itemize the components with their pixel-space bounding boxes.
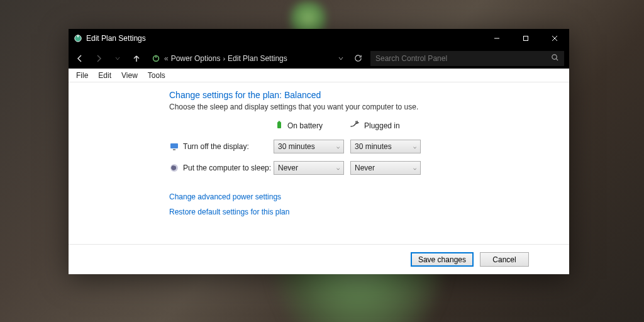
menu-tools[interactable]: Tools <box>143 71 170 80</box>
footer: Save changes Cancel <box>69 244 569 274</box>
svg-rect-11 <box>279 121 280 123</box>
menu-view[interactable]: View <box>116 71 143 80</box>
row-display-label: Turn off the display: <box>183 142 274 151</box>
breadcrumb-prefix: « <box>164 54 169 63</box>
display-icon <box>169 142 179 152</box>
row-display: Turn off the display: 30 minutes ⌵ 30 mi… <box>169 140 569 153</box>
close-button[interactable] <box>540 29 569 48</box>
sleep-icon <box>169 163 179 173</box>
search-icon <box>551 53 559 64</box>
forward-button[interactable] <box>90 50 108 67</box>
row-sleep-label: Put the computer to sleep: <box>183 164 274 172</box>
window: Edit Plan Settings « Power <box>69 29 569 274</box>
save-button-label: Save changes <box>418 255 466 264</box>
chevron-right-icon: › <box>223 55 225 62</box>
address-dropdown[interactable] <box>334 52 348 65</box>
address-bar[interactable]: « Power Options › Edit Plan Settings <box>147 51 348 66</box>
svg-rect-7 <box>155 55 157 57</box>
breadcrumb-level2[interactable]: Edit Plan Settings <box>228 54 287 63</box>
menubar: File Edit View Tools <box>69 69 569 82</box>
content-area: Change settings for the plan: Balanced C… <box>69 82 569 244</box>
display-plugged-value: 30 minutes <box>355 142 392 151</box>
chevron-down-icon: ⌵ <box>413 165 416 171</box>
minimize-button[interactable] <box>482 29 511 48</box>
menu-edit[interactable]: Edit <box>93 71 116 80</box>
page-heading: Change settings for the plan: Balanced <box>169 90 569 100</box>
sleep-battery-value: Never <box>278 164 298 172</box>
breadcrumb-level1[interactable]: Power Options <box>171 54 221 63</box>
refresh-button[interactable] <box>349 50 367 67</box>
battery-icon <box>275 120 284 131</box>
svg-rect-3 <box>524 36 528 41</box>
column-plugged: Plugged in <box>350 120 426 131</box>
svg-line-9 <box>556 58 558 60</box>
menu-file[interactable]: File <box>71 71 93 80</box>
advanced-settings-link[interactable]: Change advanced power settings <box>169 192 569 201</box>
row-sleep: Put the computer to sleep: Never ⌵ Never… <box>169 161 569 175</box>
restore-defaults-link[interactable]: Restore default settings for this plan <box>169 208 569 216</box>
power-plan-icon <box>150 53 162 64</box>
cancel-button[interactable]: Cancel <box>480 252 529 267</box>
sleep-plugged-dropdown[interactable]: Never ⌵ <box>350 161 421 175</box>
column-headers: On battery Plugged in <box>275 120 569 131</box>
search-input[interactable] <box>375 54 551 63</box>
cancel-button-label: Cancel <box>492 255 516 264</box>
svg-rect-12 <box>170 143 178 148</box>
save-button[interactable]: Save changes <box>411 252 474 267</box>
titlebar: Edit Plan Settings <box>69 29 569 48</box>
svg-point-8 <box>552 54 557 58</box>
plug-icon <box>350 121 360 130</box>
chevron-down-icon: ⌵ <box>413 143 416 150</box>
column-battery-label: On battery <box>287 121 323 130</box>
chevron-down-icon: ⌵ <box>336 165 340 171</box>
page-subheading: Choose the sleep and display settings th… <box>169 103 569 111</box>
maximize-button[interactable] <box>511 29 540 48</box>
display-battery-dropdown[interactable]: 30 minutes ⌵ <box>274 140 344 153</box>
svg-rect-10 <box>277 122 281 128</box>
up-button[interactable] <box>128 50 145 67</box>
display-plugged-dropdown[interactable]: 30 minutes ⌵ <box>350 140 421 153</box>
sleep-battery-dropdown[interactable]: Never ⌵ <box>274 161 344 175</box>
search-box[interactable] <box>370 51 564 66</box>
column-plugged-label: Plugged in <box>364 121 400 130</box>
column-battery: On battery <box>275 120 350 131</box>
recent-dropdown[interactable] <box>109 50 126 67</box>
svg-rect-13 <box>173 149 175 150</box>
svg-rect-1 <box>77 35 79 38</box>
navbar: « Power Options › Edit Plan Settings <box>69 48 569 69</box>
window-title: Edit Plan Settings <box>86 34 146 43</box>
sleep-plugged-value: Never <box>355 164 375 172</box>
display-battery-value: 30 minutes <box>278 142 315 151</box>
chevron-down-icon: ⌵ <box>336 143 340 150</box>
app-icon <box>74 34 82 43</box>
back-button[interactable] <box>71 50 89 67</box>
